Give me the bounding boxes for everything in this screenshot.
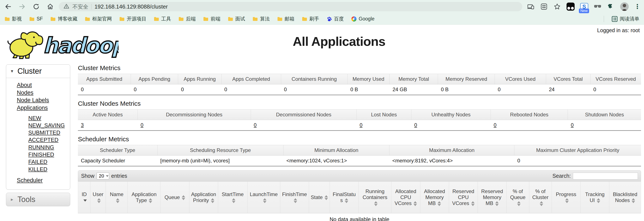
bookmark-item[interactable]: SF (29, 16, 43, 22)
reading-list-button[interactable]: 阅读清单 (612, 16, 639, 22)
unhealthy-nodes-link[interactable]: 0 (414, 122, 417, 128)
bookmark-item[interactable]: 邮箱 (277, 16, 294, 22)
column-header: VCores Total (546, 74, 590, 84)
sortable-column-allocated-cpu-vcores[interactable]: Allocated CPU VCores (392, 181, 420, 213)
sidebar-item-applications[interactable]: Applications (17, 104, 70, 112)
folder-icon (5, 17, 10, 21)
masthead: hadoop All Applications (0, 28, 644, 61)
rebooted-nodes-link[interactable]: 0 (494, 122, 496, 128)
browser-menu-icon[interactable]: ⋮ (634, 5, 640, 8)
url-text[interactable]: 192.168.146.129:8088/cluster (94, 4, 168, 10)
shutdown-nodes-link[interactable]: 0 (571, 122, 574, 128)
address-bar[interactable]: 不安全 192.168.146.129:8088/cluster (59, 2, 522, 11)
column-header: Decommissioned Nodes (251, 110, 356, 120)
extension-s-icon[interactable]: S New (580, 3, 588, 10)
profile-avatar[interactable] (620, 2, 629, 11)
sortable-column-user[interactable]: User (90, 181, 106, 213)
sortable-column-reserved-memory-mb[interactable]: Reserved Memory MB (478, 181, 506, 213)
page-size-select[interactable]: 20 (96, 172, 109, 179)
main-layout: ▾ Cluster About Nodes Node Labels Applic… (0, 64, 644, 221)
sortable-column-finishtime[interactable]: FinishTime (280, 181, 309, 213)
sidebar-item-killed[interactable]: KILLED (28, 166, 70, 173)
metric-value: <memory:1024, vCores:1> (284, 156, 389, 166)
security-label[interactable]: 不安全 (72, 3, 88, 10)
sidebar-item-accepted[interactable]: ACCEPTED (28, 136, 70, 143)
bookmark-item[interactable]: 博客收藏 (50, 16, 77, 22)
column-header: Minimum Allocation (284, 145, 389, 156)
sidebar-item-scheduler[interactable]: Scheduler (17, 177, 70, 184)
lost-nodes-link[interactable]: 0 (360, 122, 362, 128)
column-header: Scheduling Resource Type (157, 145, 284, 156)
sidebar-item-new-saving[interactable]: NEW_SAVING (28, 122, 70, 129)
sortable-column-pct-of-queue[interactable]: % of Queue (506, 181, 529, 213)
bookmark-item[interactable]: 框架官网 (85, 16, 112, 22)
sortable-column-starttime[interactable]: StartTime (218, 181, 247, 213)
sortable-column-id[interactable]: ID (78, 181, 90, 213)
sidebar-item-running[interactable]: RUNNING (28, 144, 70, 151)
sortable-column-progress[interactable]: Progress (552, 181, 580, 213)
metric-value: 24 GB (390, 84, 438, 95)
bookmark-item-google[interactable]: Google (351, 16, 374, 22)
decommissioned-nodes-link[interactable]: 0 (254, 122, 256, 128)
extension-dark-icon[interactable] (566, 3, 574, 11)
folder-icon (85, 17, 90, 21)
omnibox-divider (91, 4, 92, 9)
sunglasses-extension-icon[interactable] (594, 3, 602, 11)
sortable-column-application-type[interactable]: Application Type (128, 181, 160, 213)
extensions-puzzle-icon[interactable] (607, 3, 615, 11)
home-icon[interactable] (46, 3, 54, 11)
sidebar-item-finished[interactable]: FINISHED (28, 151, 70, 158)
column-header: Rebooted Nodes (490, 110, 568, 120)
folder-icon (252, 17, 258, 21)
sort-desc-icon (84, 199, 87, 202)
sidebar-item-nodes[interactable]: Nodes (17, 89, 70, 97)
sortable-column-tracking-ui[interactable]: Tracking UI (580, 181, 609, 213)
empty-table-message: No data available in table (78, 213, 641, 221)
tools-panel-header[interactable]: ▸ Tools (6, 193, 70, 206)
folder-icon (302, 17, 307, 21)
bookmark-item[interactable]: 影视 (5, 16, 22, 22)
bookmark-item-baidu[interactable]: 百度 (327, 16, 344, 22)
sidebar-item-new[interactable]: NEW (28, 114, 70, 122)
column-header: Decommissioning Nodes (138, 110, 251, 120)
sortable-column-running-containers[interactable]: Running Containers (358, 181, 392, 213)
sortable-column-blacklisted-nodes[interactable]: Blacklisted Nodes (609, 181, 641, 213)
not-secure-warning-icon[interactable] (64, 3, 70, 10)
sortable-column-state[interactable]: State (309, 181, 330, 213)
sidebar-item-node-labels[interactable]: Node Labels (17, 97, 70, 104)
search-input[interactable] (573, 173, 638, 179)
sortable-column-pct-of-cluster[interactable]: % of Cluster (529, 181, 552, 213)
cluster-panel-header[interactable]: ▾ Cluster (6, 65, 70, 78)
reload-icon[interactable] (32, 3, 40, 11)
active-nodes-link[interactable]: 3 (81, 122, 84, 128)
decommissioning-nodes-link[interactable]: 0 (140, 122, 143, 128)
sidebar-item-about[interactable]: About (17, 81, 70, 89)
page-title: All Applications (119, 34, 559, 49)
hadoop-logo[interactable]: hadoop (2, 28, 118, 61)
sortable-column-reserved-cpu-vcores[interactable]: Reserved CPU VCores (449, 181, 478, 213)
column-header: Lost Nodes (357, 110, 412, 120)
back-icon[interactable] (4, 3, 12, 11)
show-label: Show (81, 173, 94, 179)
sortable-column-finalstatus[interactable]: FinalStatus (330, 181, 358, 213)
sort-icon (263, 198, 266, 203)
send-to-devices-icon[interactable] (527, 3, 534, 11)
browser-toolbar: 不安全 192.168.146.129:8088/cluster S New ⋮ (0, 0, 644, 13)
bookmark-item[interactable]: 开源项目 (120, 16, 146, 22)
forward-icon[interactable] (18, 3, 26, 11)
sortable-column-allocated-memory-mb[interactable]: Allocated Memory MB (420, 181, 449, 213)
bookmark-item[interactable]: 算法 (252, 16, 270, 22)
bookmark-item[interactable]: 前端 (203, 16, 220, 22)
sortable-column-application-priority[interactable]: Application Priority (189, 181, 218, 213)
sortable-column-launchtime[interactable]: LaunchTime (247, 181, 280, 213)
sidebar-item-failed[interactable]: FAILED (28, 158, 70, 165)
bookmark-item[interactable]: 后端 (178, 16, 196, 22)
bookmark-item[interactable]: 工具 (154, 16, 171, 22)
bookmark-item[interactable]: 刷手 (302, 16, 319, 22)
tab-groups-icon[interactable] (540, 3, 548, 11)
bookmark-star-icon[interactable] (553, 3, 561, 11)
bookmark-item[interactable]: 面试 (228, 16, 245, 22)
sidebar-item-submitted[interactable]: SUBMITTED (28, 129, 70, 136)
sortable-column-queue[interactable]: Queue (160, 181, 189, 213)
sortable-column-name[interactable]: Name (106, 181, 128, 213)
